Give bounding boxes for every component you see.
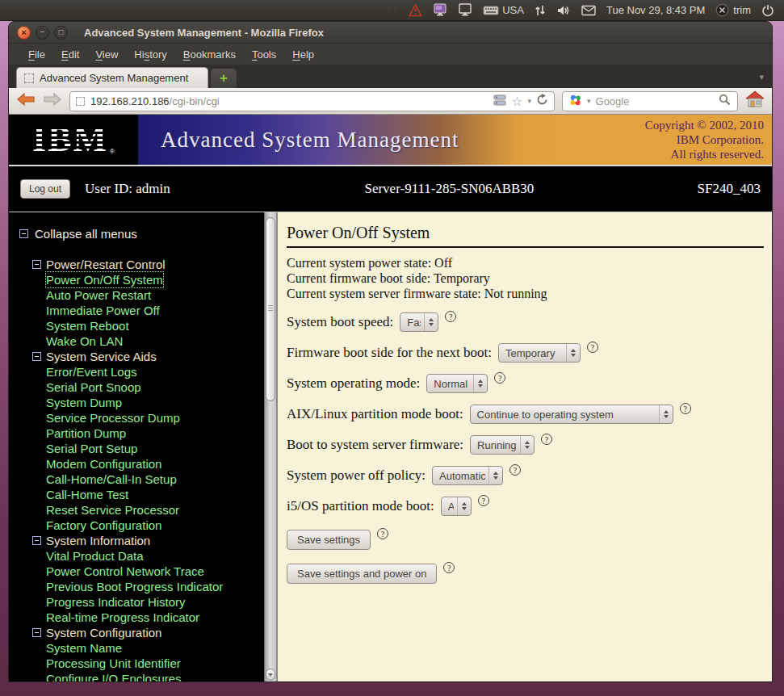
menu-view[interactable]: View [87,48,126,61]
menu-help[interactable]: Help [284,48,322,61]
sidebar-item-call-home-call-in-setup[interactable]: Call-Home/Call-In Setup [46,472,177,487]
sidebar-item-power-on-off-system[interactable]: Power On/Off System [46,272,163,287]
sidebar-item-immediate-power-off[interactable]: Immediate Power Off [46,303,160,318]
clock-label[interactable]: Tue Nov 29, 8:43 PM [606,4,705,16]
sidebar-item-system-reboot[interactable]: System Reboot [46,318,129,333]
sidebar-item-service-processor-dump[interactable]: Service Processor Dump [46,410,180,426]
scrollbar-down-arrow-icon[interactable] [266,669,275,681]
spinner-arrows-icon [520,436,534,454]
menu-history[interactable]: History [126,48,174,61]
session-icon[interactable] [715,3,729,17]
power-icon[interactable] [761,4,774,17]
collapse-minus-icon[interactable] [19,229,28,238]
sidebar-item-vital-product-data[interactable]: Vital Product Data [46,548,144,564]
help-icon[interactable]: ? [509,464,521,476]
select-system-operating-mode[interactable]: Normal [426,374,488,393]
sidebar-item-configure-i-o-enclosures[interactable]: Configure I/O Enclosures [46,671,182,682]
sidebar-item-system-dump[interactable]: System Dump [46,395,122,410]
window-minimize-button[interactable]: − [36,26,49,40]
url-dropdown-icon[interactable]: ▾ [527,97,531,105]
sidebar-item-modem-configuration[interactable]: Modem Configuration [46,456,161,472]
sidebar-item-auto-power-restart[interactable]: Auto Power Restart [46,287,151,303]
button-save-settings-and-power-on[interactable]: Save settings and power on [287,564,437,584]
button-save-settings[interactable]: Save settings [287,530,371,550]
search-bar[interactable]: ▾ Google [562,91,738,111]
sidebar-item-serial-port-setup[interactable]: Serial Port Setup [46,441,137,456]
select-system-power-off-policy[interactable]: Automatic [432,466,503,485]
scrollbar-thumb[interactable] [266,217,275,401]
google-logo-icon[interactable] [569,94,582,109]
forward-button[interactable] [43,92,62,110]
sidebar-item-system-name[interactable]: System Name [46,640,122,656]
select-firmware-boot-side-for-the-next-boot[interactable]: Temporary [498,343,581,363]
warning-icon[interactable] [409,4,422,17]
back-button[interactable] [16,92,36,110]
select-boot-to-system-server-firmware[interactable]: Running [470,435,535,455]
window-maximize-button[interactable]: □ [54,26,68,40]
select-i5-os-partition-mode-boot[interactable]: A [441,497,472,516]
help-icon[interactable]: ? [377,528,388,539]
sidebar-item-processing-unit-identifier[interactable]: Processing Unit Identifier [46,656,181,671]
sidebar-section-system-configuration[interactable]: System Configuration [32,625,264,640]
collapse-all-menus[interactable]: Collapse all menus [19,227,264,241]
display-settings-icon[interactable] [433,3,447,17]
bookmark-star-icon[interactable]: ☆ [511,94,522,109]
sidebar-item-reset-service-processor[interactable]: Reset Service Processor [46,502,179,518]
select-system-boot-speed[interactable]: Fast [400,312,438,332]
help-icon[interactable]: ? [443,562,455,573]
sidebar-item-wake-on-lan[interactable]: Wake On LAN [46,333,123,349]
field-row: Boot to system server firmware:Running? [287,435,764,455]
new-tab-button[interactable]: + [211,69,237,88]
search-engine-dropdown-icon[interactable]: ▾ [587,97,591,105]
help-icon[interactable]: ? [541,434,552,445]
menu-bookmarks[interactable]: Bookmarks [175,48,244,61]
home-button[interactable] [745,90,765,111]
sidebar-item-serial-port-snoop[interactable]: Serial Port Snoop [46,379,141,395]
window-close-button[interactable]: × [17,26,31,40]
help-icon[interactable]: ? [445,311,456,322]
sidebar-section-power-restart-control[interactable]: Power/Restart Control [32,257,264,272]
help-icon[interactable]: ? [478,495,489,506]
ibm-logo-text: IBM [32,124,108,154]
menu-tools[interactable]: Tools [244,48,284,61]
sidebar-item-call-home-test[interactable]: Call-Home Test [46,487,128,502]
window-titlebar[interactable]: × − □ Advanced System Management - Mozil… [9,22,772,44]
sidebar-item-progress-indicator-history[interactable]: Progress Indicator History [46,594,186,610]
keyboard-layout-icon[interactable] [483,5,499,16]
collapse-minus-icon[interactable] [32,260,41,269]
help-icon[interactable]: ? [494,372,505,384]
reload-icon[interactable] [536,94,548,108]
help-icon[interactable]: ? [680,403,691,414]
url-bar[interactable]: 192.168.210.186/cgi-bin/cgi ☆ ▾ [69,91,555,111]
volume-icon[interactable] [556,4,571,17]
collapse-minus-icon[interactable] [32,536,41,545]
ibm-logo-registered-mark: ® [110,148,115,155]
mail-icon[interactable] [581,5,596,16]
keyboard-layout-label[interactable]: USA [502,4,524,16]
site-identity-icon[interactable] [76,97,85,106]
menu-file[interactable]: File [20,48,53,61]
help-icon[interactable]: ? [587,342,598,353]
sidebar-item-error-event-logs[interactable]: Error/Event Logs [46,364,137,379]
session-user-label[interactable]: trim [733,4,751,16]
collapse-minus-icon[interactable] [32,352,41,361]
logout-button[interactable]: Log out [20,179,70,199]
collapse-minus-icon[interactable] [32,628,41,637]
sidebar-item-partition-dump[interactable]: Partition Dump [46,426,126,441]
monitor-icon[interactable] [458,3,472,17]
sidebar-section-system-information[interactable]: System Information [32,533,264,548]
menu-edit[interactable]: Edit [53,48,87,61]
sidebar-section-system-service-aids[interactable]: System Service Aids [32,349,264,364]
sidebar-item-real-time-progress-indicator[interactable]: Real-time Progress Indicator [46,610,199,625]
spinner-up-icon [493,472,498,475]
select-aix-linux-partition-mode-boot[interactable]: Continue to operating system [470,405,673,424]
list-all-tabs-icon[interactable]: ▾ [759,73,764,82]
sidebar-item-factory-configuration[interactable]: Factory Configuration [46,518,161,533]
sidebar-item-power-control-network-trace[interactable]: Power Control Network Trace [46,564,204,579]
sidebar-item-previous-boot-progress-indicator[interactable]: Previous Boot Progress Indicator [46,579,223,594]
collapse-all-menus-label[interactable]: Collapse all menus [35,227,137,241]
search-magnifier-icon[interactable] [719,94,731,108]
tab-advanced-system-management[interactable]: Advanced System Management [16,67,208,88]
sidebar-scrollbar[interactable] [264,212,276,682]
updown-network-icon[interactable] [535,4,546,17]
